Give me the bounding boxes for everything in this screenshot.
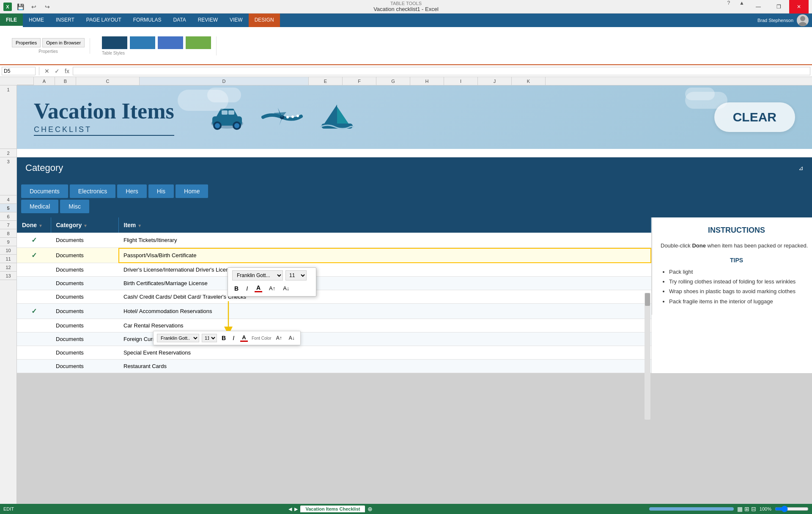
- category-cell-10[interactable]: Documents: [51, 319, 118, 333]
- redo-button[interactable]: ↪: [42, 2, 52, 11]
- done-cell-11[interactable]: [17, 333, 51, 346]
- table-row[interactable]: Documents Special Event Reservations: [17, 346, 651, 360]
- tag-misc[interactable]: Misc: [60, 200, 89, 213]
- scroll-thumb[interactable]: [645, 293, 650, 306]
- confirm-icon[interactable]: ✓: [53, 68, 61, 74]
- done-cell-5[interactable]: ✓: [17, 248, 51, 263]
- category-cell-5[interactable]: Documents: [51, 248, 118, 263]
- page-layout-button[interactable]: ⊞: [744, 506, 749, 512]
- tag-documents[interactable]: Documents: [21, 184, 68, 198]
- add-sheet-button[interactable]: ⊕: [366, 506, 374, 512]
- floating-font-color-button[interactable]: A: [253, 283, 263, 294]
- done-cell-7[interactable]: [17, 277, 51, 290]
- window-controls[interactable]: ? ▲ — ❐ ✕: [727, 0, 809, 14]
- category-cell-8[interactable]: Documents: [51, 290, 118, 304]
- formula-input[interactable]: Passport/Visa/Birth Certificate: [73, 67, 810, 75]
- mini-toolbar-bold-button[interactable]: B: [219, 333, 228, 343]
- item-cell-9[interactable]: Hotel/ Accommodation Reservations: [118, 304, 651, 319]
- tag-his[interactable]: His: [148, 184, 174, 198]
- cancel-icon[interactable]: ✕: [43, 68, 51, 74]
- category-cell-9[interactable]: Documents: [51, 304, 118, 319]
- table-row[interactable]: Documents Foreign Currency/Coins for Tol…: [17, 333, 651, 346]
- col-header-i[interactable]: I: [444, 77, 478, 85]
- tag-home[interactable]: Home: [176, 184, 208, 198]
- done-cell-12[interactable]: [17, 346, 51, 360]
- table-row[interactable]: ✓ Documents Hotel/ Accommodation Reserva…: [17, 304, 651, 319]
- item-cell-4[interactable]: Flight Tickets/Itinerary: [118, 233, 651, 248]
- table-row[interactable]: Documents Car Rental Reservations: [17, 319, 651, 333]
- page-break-button[interactable]: ⊟: [751, 506, 756, 512]
- properties-button[interactable]: Properties: [12, 38, 41, 47]
- item-cell-8[interactable]: Cash/ Credit Cards/ Debit Card/ Traveler…: [118, 290, 651, 304]
- category-cell-12[interactable]: Documents: [51, 346, 118, 360]
- tab-insert[interactable]: INSERT: [50, 14, 80, 27]
- item-cell-7[interactable]: Birth Certificates/Marriage License: [118, 277, 651, 290]
- tag-medical[interactable]: Medical: [21, 200, 58, 213]
- col-header-j[interactable]: J: [478, 77, 512, 85]
- mini-toolbar-size-select[interactable]: 11: [202, 334, 217, 342]
- floating-bold-button[interactable]: B: [232, 284, 241, 293]
- tab-home[interactable]: HOME: [23, 14, 50, 27]
- category-cell-13[interactable]: Documents: [51, 360, 118, 373]
- category-cell-4[interactable]: Documents: [51, 233, 118, 248]
- tab-data[interactable]: DATA: [167, 14, 192, 27]
- vertical-scrollbar[interactable]: [645, 293, 650, 420]
- done-cell-6[interactable]: [17, 263, 51, 277]
- save-button[interactable]: 💾: [15, 2, 25, 11]
- floating-italic-button[interactable]: I: [244, 284, 250, 293]
- col-header-e[interactable]: E: [309, 77, 343, 85]
- mini-toolbar-font-color-button[interactable]: A: [239, 333, 249, 343]
- col-header-f[interactable]: F: [343, 77, 376, 85]
- item-cell-10[interactable]: Car Rental Reservations: [118, 319, 651, 333]
- category-dropdown-arrow[interactable]: ▼: [83, 223, 88, 228]
- done-cell-8[interactable]: [17, 290, 51, 304]
- table-row[interactable]: Documents Restaurant Cards: [17, 360, 651, 373]
- done-cell-13[interactable]: [17, 360, 51, 373]
- clear-button[interactable]: CLEAR: [714, 102, 795, 132]
- mini-toolbar-shrink-button[interactable]: A↓: [287, 334, 297, 342]
- normal-view-button[interactable]: ▦: [737, 506, 743, 512]
- tab-review[interactable]: REVIEW: [192, 14, 224, 27]
- maximize-button[interactable]: ❐: [769, 0, 788, 14]
- table-row[interactable]: Documents Driver's License/International…: [17, 263, 651, 277]
- col-header-b[interactable]: B: [55, 77, 76, 85]
- item-cell-13[interactable]: Restaurant Cards: [118, 360, 651, 373]
- tab-formulas[interactable]: FORMULAS: [127, 14, 167, 27]
- table-style-2[interactable]: [130, 36, 155, 49]
- mini-toolbar-font-select[interactable]: Franklin Gott...: [157, 334, 199, 342]
- header-category[interactable]: Category ▼: [51, 217, 118, 233]
- zoom-slider[interactable]: [775, 506, 809, 512]
- col-header-h[interactable]: H: [410, 77, 444, 85]
- item-cell-6[interactable]: Driver's License/International Driver's …: [118, 263, 651, 277]
- ribbon-toggle[interactable]: ▲: [739, 0, 744, 14]
- sheet-nav-right[interactable]: ▶: [294, 506, 298, 512]
- done-cell-10[interactable]: [17, 319, 51, 333]
- col-header-g[interactable]: G: [376, 77, 410, 85]
- col-header-d[interactable]: D: [140, 77, 309, 85]
- category-cell-7[interactable]: Documents: [51, 277, 118, 290]
- table-style-3[interactable]: [158, 36, 183, 49]
- help-icon[interactable]: ?: [727, 0, 730, 14]
- cell-reference-input[interactable]: [2, 67, 36, 75]
- floating-font-select[interactable]: Franklin Gott...: [232, 270, 283, 280]
- tab-view[interactable]: VIEW: [224, 14, 249, 27]
- done-dropdown-arrow[interactable]: ▼: [38, 223, 43, 228]
- item-cell-5[interactable]: Passport/Visa/Birth Certificate: [118, 248, 651, 263]
- col-header-a[interactable]: A: [34, 77, 55, 85]
- table-row[interactable]: ✓ Documents Flight Tickets/Itinerary: [17, 233, 651, 248]
- filter-icon[interactable]: ⊿: [798, 165, 804, 171]
- table-style-4[interactable]: [186, 36, 211, 49]
- done-cell-9[interactable]: ✓: [17, 304, 51, 319]
- floating-size-select[interactable]: 11: [285, 270, 307, 280]
- minimize-button[interactable]: —: [749, 0, 768, 14]
- header-done[interactable]: Done ▼: [17, 217, 51, 233]
- item-dropdown-arrow[interactable]: ▼: [137, 223, 142, 228]
- floating-grow-button[interactable]: A↑: [267, 284, 277, 293]
- tab-page-layout[interactable]: PAGE LAYOUT: [80, 14, 127, 27]
- undo-button[interactable]: ↩: [29, 2, 39, 11]
- sheet-nav-left[interactable]: ◀: [288, 506, 292, 512]
- category-cell-11[interactable]: Documents: [51, 333, 118, 346]
- open-table-button[interactable]: Open in Browser: [42, 38, 85, 47]
- col-header-c[interactable]: C: [76, 77, 140, 85]
- item-cell-12[interactable]: Special Event Reservations: [118, 346, 651, 360]
